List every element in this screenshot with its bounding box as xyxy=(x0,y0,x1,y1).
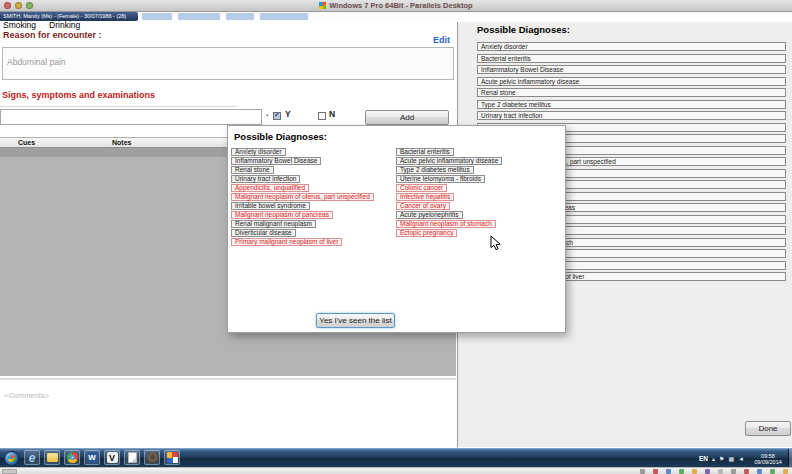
popup-diagnosis-item[interactable]: Malignant neoplasm of pancreas xyxy=(231,211,333,219)
popup-diagnosis-item[interactable]: Colonic cancer xyxy=(396,184,447,192)
symptom-input[interactable] xyxy=(0,109,262,125)
windows-taskbar: EN 09:58 09/09/2014 xyxy=(0,448,792,467)
dock-icon[interactable] xyxy=(783,469,788,474)
diagnosis-row[interactable]: Acute pelvic inflammatory disease xyxy=(477,77,786,86)
start-button[interactable] xyxy=(4,451,19,466)
signs-symptoms-heading: Signs, symptoms and examinations xyxy=(2,90,155,100)
popup-diagnosis-item[interactable]: Acute pelvic inflammatory disease xyxy=(396,157,502,165)
dock-icon[interactable] xyxy=(705,469,710,474)
separator-dot: . xyxy=(266,108,269,118)
possible-diagnoses-panel-title: Possible Diagnoses: xyxy=(477,24,570,35)
diagnosis-row[interactable]: Inflammatory Bowel Disease xyxy=(477,65,786,74)
minimize-button[interactable] xyxy=(15,2,22,9)
parallels-window: Windows 7 Pro 64Bit - Parallels Desktop … xyxy=(0,0,792,474)
volume-icon[interactable] xyxy=(738,456,744,462)
dock-icon[interactable] xyxy=(2,469,17,474)
dock-icon[interactable] xyxy=(744,469,749,474)
diagnosis-row[interactable]: Urinary tract infection xyxy=(477,111,786,120)
windows-explorer-icon[interactable] xyxy=(44,450,60,465)
popup-diagnosis-item[interactable]: Anxiety disorder xyxy=(231,148,286,156)
popup-diagnosis-item[interactable]: Bacterial enteritis xyxy=(396,148,454,156)
possible-diagnoses-popup: Possible Diagnoses: Anxiety disorderInfl… xyxy=(227,125,566,333)
mouse-cursor xyxy=(490,235,502,251)
popup-diagnosis-item[interactable]: Primary malignant neoplasm of liver xyxy=(231,238,342,246)
popup-diagnosis-item[interactable]: Inflammatory Bowel Disease xyxy=(231,157,321,165)
chrome-icon[interactable] xyxy=(64,450,80,465)
dock-icons xyxy=(640,469,788,474)
v-app-icon[interactable] xyxy=(104,450,120,465)
comments-field[interactable]: <Comments> xyxy=(0,378,456,447)
paint-app-icon[interactable] xyxy=(164,450,180,465)
traffic-lights xyxy=(4,2,33,9)
taskbar-clock[interactable]: 09:58 09/09/2014 xyxy=(748,453,788,465)
internet-explorer-icon[interactable] xyxy=(24,450,40,465)
diagnosis-row[interactable]: Renal stone xyxy=(477,88,786,97)
menu-item-drinking[interactable]: Drinking xyxy=(49,20,80,30)
popup-diagnoses-left-column: Anxiety disorderInflammatory Bowel Disea… xyxy=(231,148,374,247)
close-button[interactable] xyxy=(4,2,11,9)
menu-item-smoking[interactable]: Smoking xyxy=(3,20,36,30)
cues-column-header: Cues xyxy=(18,139,35,146)
popup-diagnosis-item[interactable]: Uterine leiomyoma - fibroids xyxy=(396,175,485,183)
highlighted-text-fragment xyxy=(178,13,220,20)
confirm-seen-list-button[interactable]: Yes I've seen the list xyxy=(316,313,395,328)
highlighted-text-fragment xyxy=(142,13,172,20)
yes-checkbox[interactable] xyxy=(273,112,281,120)
popup-diagnosis-item[interactable]: Malignant neoplasm of stomach xyxy=(396,220,496,228)
popup-diagnosis-item[interactable]: Irritable bowel syndrome xyxy=(231,202,310,210)
windows-logo-icon xyxy=(319,2,326,9)
divider xyxy=(0,106,237,107)
mac-dock-strip xyxy=(0,467,792,474)
dock-icon[interactable] xyxy=(653,469,658,474)
word-icon[interactable] xyxy=(84,450,100,465)
highlighted-text-fragment xyxy=(226,13,254,20)
popup-diagnosis-item[interactable]: Malignant neoplasm of uterus, part unspe… xyxy=(231,193,374,201)
dock-icon[interactable] xyxy=(692,469,697,474)
popup-diagnosis-item[interactable]: Ectopic pregnancy xyxy=(396,229,457,237)
diagnosis-row[interactable]: Bacterial enteritis xyxy=(477,54,786,63)
hidden-icons-arrow-icon[interactable] xyxy=(712,456,715,462)
notes-column-header: Notes xyxy=(112,139,131,146)
notes-app-icon[interactable] xyxy=(124,450,140,465)
patient-tab-bar: SMITH, Mandy (Ms) - (Female) - 30/07/198… xyxy=(0,12,792,21)
system-tray: EN 09:58 09/09/2014 xyxy=(699,449,788,468)
dock-icon[interactable] xyxy=(666,469,671,474)
dock-icon[interactable] xyxy=(770,469,775,474)
popup-diagnosis-item[interactable]: Urinary tract infection xyxy=(231,175,300,183)
no-checkbox[interactable] xyxy=(318,112,326,120)
zoom-button[interactable] xyxy=(26,2,33,9)
network-icon[interactable] xyxy=(728,456,734,462)
show-desktop-button[interactable] xyxy=(788,449,792,468)
popup-diagnosis-item[interactable]: Acute pyelonephritis xyxy=(396,211,463,219)
popup-diagnosis-item[interactable]: Renal stone xyxy=(231,166,274,174)
popup-diagnosis-item[interactable]: Renal malignant neoplasm xyxy=(231,220,316,228)
dock-icon[interactable] xyxy=(640,469,645,474)
comments-placeholder: <Comments> xyxy=(4,391,49,400)
done-button[interactable]: Done xyxy=(745,421,791,436)
popup-diagnosis-item[interactable]: Cancer of ovary xyxy=(396,202,450,210)
flag-icon[interactable] xyxy=(719,456,724,462)
popup-diagnoses-right-column: Bacterial enteritisAcute pelvic inflamma… xyxy=(396,148,502,238)
popup-diagnosis-item[interactable]: Appendicitis, unqualified xyxy=(231,184,309,192)
reason-for-encounter-field[interactable]: Abdominal pain xyxy=(2,47,454,80)
popup-diagnosis-item[interactable]: Type 2 diabetes mellitus xyxy=(396,166,474,174)
language-indicator[interactable]: EN xyxy=(699,455,708,462)
dock-icon[interactable] xyxy=(757,469,762,474)
utility-app-icon[interactable] xyxy=(144,450,160,465)
taskbar-app-icons xyxy=(24,450,180,465)
reason-for-encounter-label: Reason for encounter : xyxy=(3,30,102,40)
window-title-group: Windows 7 Pro 64Bit - Parallels Desktop xyxy=(319,1,472,11)
dock-icon[interactable] xyxy=(731,469,736,474)
menu-bar: Smoking Drinking xyxy=(3,20,80,30)
dock-icon[interactable] xyxy=(718,469,723,474)
popup-diagnosis-item[interactable]: Diverticular disease xyxy=(231,229,296,237)
add-button[interactable]: Add xyxy=(365,110,449,125)
diagnosis-row[interactable]: Anxiety disorder xyxy=(477,42,786,51)
window-titlebar: Windows 7 Pro 64Bit - Parallels Desktop xyxy=(0,0,792,12)
diagnosis-row[interactable]: Type 2 diabetes mellitus xyxy=(477,100,786,109)
dock-icon[interactable] xyxy=(679,469,684,474)
clock-date: 09/09/2014 xyxy=(748,459,788,465)
popup-diagnosis-item[interactable]: Infective hepatitis xyxy=(396,193,454,201)
no-checkbox-label: N xyxy=(329,109,335,119)
edit-link[interactable]: Edit xyxy=(433,35,450,45)
